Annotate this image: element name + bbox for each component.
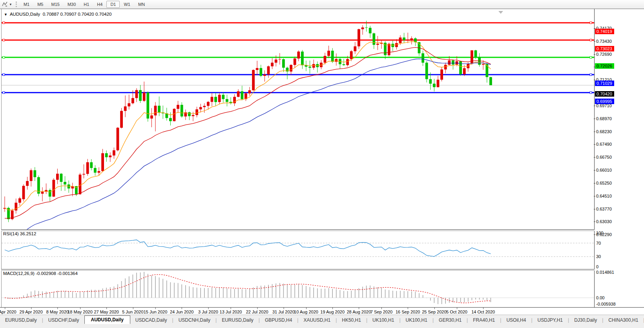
candle: [301, 50, 304, 69]
chart-tab-fra40[interactable]: FRA40,H1: [468, 316, 500, 324]
date-tick-mark: [457, 308, 457, 309]
main-price-chart[interactable]: [2, 11, 594, 229]
date-axis-label: 10 Aug 2020: [294, 310, 318, 314]
candle: [82, 164, 85, 178]
candle: [113, 148, 115, 159]
date-axis-label: 25 Sep 2020: [422, 310, 446, 314]
candle: [244, 92, 247, 101]
candle: [380, 40, 383, 49]
chart-tab-usdchf[interactable]: USDCHF,Daily: [43, 316, 84, 324]
date-tick-mark: [155, 308, 156, 309]
tick-mark: [594, 222, 595, 222]
chart-tab-uk100[interactable]: UK100,H1: [401, 316, 432, 324]
date-tick-mark: [106, 308, 107, 309]
candle: [4, 196, 6, 212]
chart-tab-uk100[interactable]: UK100,H1: [367, 316, 399, 324]
timeframe-button-w1[interactable]: W1: [120, 1, 134, 8]
date-axis-label: 24 Jun 2020: [170, 310, 194, 314]
candle: [452, 59, 454, 70]
candle: [56, 169, 59, 184]
level-price-badge: 0.74019: [595, 29, 614, 34]
date-tick-mark: [408, 308, 408, 309]
line-handle: [590, 22, 592, 24]
timeframe-button-m5[interactable]: M5: [33, 1, 47, 8]
level-price-badge: 0.73023: [595, 46, 614, 51]
timeframe-button-mn[interactable]: MN: [134, 1, 149, 8]
chart-tab-china300[interactable]: CHINA300,H1: [603, 316, 643, 324]
date-axis-label: 16 Sep 2020: [396, 310, 420, 314]
chart-tab-xauusd[interactable]: XAUUSD,H1: [298, 316, 336, 324]
date-tick-mark: [483, 308, 483, 309]
tick-mark: [594, 132, 595, 132]
date-tick-mark: [359, 308, 359, 309]
candle: [117, 127, 119, 151]
price-axis-tick: 0.68230: [596, 129, 612, 134]
timeframe-button-m15[interactable]: M15: [47, 1, 63, 8]
candle: [68, 180, 70, 192]
candle: [421, 51, 424, 66]
date-axis-label: 7 Sep 2020: [370, 310, 392, 314]
chart-window: ▼AUDUSD,Daily 0.70887 0.70907 0.70420 0.…: [0, 9, 644, 315]
rsi-axis-label: 0: [596, 264, 598, 269]
date-axis-label: 28 Aug 2020: [347, 310, 371, 314]
line-handle: [590, 74, 592, 76]
candle: [192, 112, 195, 121]
candle: [278, 53, 281, 64]
chart-tool-dropdown-icon[interactable]: ▼: [9, 3, 14, 6]
date-tick-mark: [332, 308, 333, 309]
candle: [339, 58, 341, 69]
chart-line-tool-icon[interactable]: [1, 1, 9, 8]
date-tick-mark: [257, 308, 257, 309]
candle: [139, 85, 142, 103]
timeframe-button-h4[interactable]: H4: [93, 1, 106, 8]
chart-tab-gbpusd[interactable]: GBPUSD,H4: [260, 316, 297, 324]
macd-axis-label: -0.005938: [596, 302, 616, 306]
chart-tab-usdjpy[interactable]: USDJPY,H1: [533, 316, 568, 324]
candle: [256, 61, 259, 75]
toolbar-grip[interactable]: [16, 2, 17, 7]
date-tick-mark: [133, 308, 133, 309]
tick-mark: [594, 196, 595, 196]
candle: [267, 66, 270, 78]
candle: [433, 79, 436, 92]
rsi-panel[interactable]: [2, 230, 594, 269]
candle: [222, 93, 224, 103]
candle: [177, 101, 179, 113]
chart-tab-eurusd[interactable]: EURUSD,Daily: [0, 316, 42, 324]
date-tick-mark: [283, 308, 284, 309]
date-tick-mark: [208, 308, 208, 309]
timeframe-button-m30[interactable]: M30: [64, 1, 80, 8]
date-axis-label: 27 May 2020: [94, 310, 119, 314]
chart-tab-ger30[interactable]: GER30,H1: [434, 316, 467, 324]
chart-tab-audusd[interactable]: AUDUSD,Daily: [84, 315, 130, 324]
chart-tab-usdcnh[interactable]: USDCNH,Daily: [173, 316, 215, 324]
date-tick-mark: [31, 308, 31, 309]
candle: [45, 183, 47, 194]
candle: [26, 177, 29, 190]
candle: [105, 150, 108, 162]
chart-tab-usdcad[interactable]: USDCAD,Daily: [130, 316, 172, 324]
chart-tab-usoil[interactable]: USOil,H4: [501, 316, 531, 324]
date-axis-label: 20 Apr 2020: [0, 310, 16, 314]
price-axis-tick: 0.63770: [596, 207, 612, 211]
candle: [158, 97, 161, 116]
date-axis[interactable]: 20 Apr 202029 Apr 20208 May 202018 May 2…: [0, 307, 644, 315]
price-axis-tick: 0.66750: [596, 155, 612, 159]
chart-tab-hk50[interactable]: HK50,H1: [337, 316, 366, 324]
chart-tab-dj30[interactable]: DJ30,Daily: [569, 316, 602, 324]
date-axis-label: 8 May 2020: [46, 310, 69, 314]
macd-panel[interactable]: [2, 270, 594, 307]
candle: [128, 95, 130, 110]
candle: [173, 108, 176, 121]
macd-axis-label: 0.014861: [596, 270, 614, 275]
candle: [331, 48, 334, 63]
timeframe-toolbar: ▼ M1M5M15M30H1H4D1W1MN: [0, 0, 644, 9]
timeframe-button-m1[interactable]: M1: [20, 1, 33, 8]
timeframe-button-d1[interactable]: D1: [106, 1, 120, 8]
candle: [214, 93, 217, 106]
candle: [286, 67, 289, 79]
candle: [316, 61, 319, 72]
timeframe-button-h1[interactable]: H1: [80, 1, 93, 8]
chart-tab-eurusd[interactable]: EURUSD,Daily: [217, 316, 259, 324]
candle: [294, 57, 296, 68]
